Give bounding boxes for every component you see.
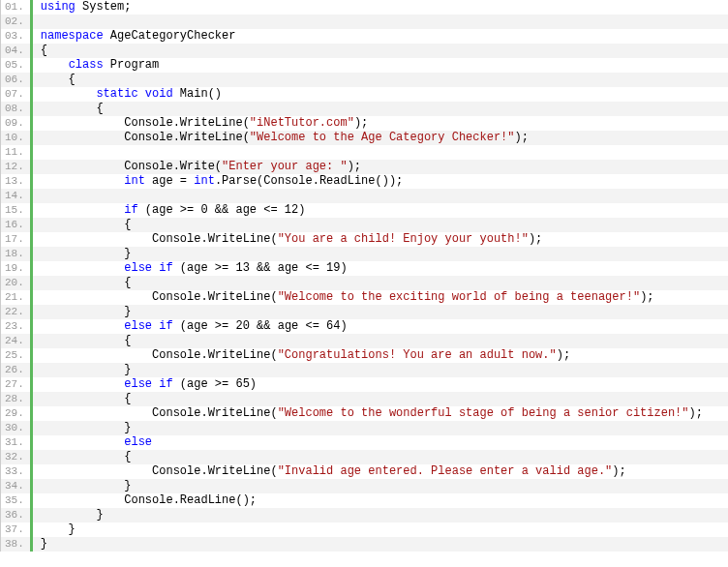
line-number: 06. [1, 73, 30, 87]
code-line: { [33, 218, 728, 232]
code-line: Console.WriteLine("Welcome to the wonder… [33, 406, 728, 421]
code-line: { [33, 392, 728, 406]
code-line: } [33, 537, 728, 552]
code-line [33, 189, 728, 203]
code-content: using System; namespace AgeCategoryCheck… [33, 0, 728, 552]
code-line: { [33, 276, 728, 290]
code-line: { [33, 450, 728, 464]
code-line: Console.WriteLine("You are a child! Enjo… [33, 232, 728, 247]
code-line: Console.ReadLine(); [33, 493, 728, 508]
line-number: 33. [1, 464, 30, 479]
code-line: } [33, 479, 728, 493]
line-number: 34. [1, 479, 30, 493]
code-line: } [33, 305, 728, 319]
line-number: 38. [1, 537, 30, 552]
code-line: static void Main() [33, 87, 728, 102]
line-number: 37. [1, 522, 30, 537]
code-line: } [33, 421, 728, 435]
code-line: } [33, 247, 728, 261]
code-line: Console.WriteLine("Congratulations! You … [33, 348, 728, 363]
code-block: 01.02.03.04.05.06.07.08.09.10.11.12.13.1… [0, 0, 728, 552]
line-number: 20. [1, 276, 30, 290]
line-number: 31. [1, 435, 30, 450]
line-number: 27. [1, 377, 30, 392]
code-line: else if (age >= 13 && age <= 19) [33, 261, 728, 276]
line-number: 14. [1, 189, 30, 203]
code-line: { [33, 334, 728, 348]
line-number: 07. [1, 87, 30, 102]
code-line: else if (age >= 65) [33, 377, 728, 392]
line-number: 21. [1, 290, 30, 305]
line-number: 01. [1, 0, 30, 15]
code-line [33, 15, 728, 29]
code-line: class Program [33, 58, 728, 73]
line-number: 04. [1, 44, 30, 58]
code-line: { [33, 102, 728, 116]
code-line: Console.WriteLine("Welcome to the exciti… [33, 290, 728, 305]
line-number: 29. [1, 406, 30, 421]
code-line [33, 145, 728, 160]
code-line: Console.Write("Enter your age: "); [33, 160, 728, 174]
code-line: if (age >= 0 && age <= 12) [33, 203, 728, 218]
line-number: 09. [1, 116, 30, 131]
line-number: 13. [1, 174, 30, 189]
line-number: 23. [1, 319, 30, 334]
code-line: { [33, 44, 728, 58]
line-number: 10. [1, 131, 30, 145]
line-number: 03. [1, 29, 30, 44]
line-number: 08. [1, 102, 30, 116]
code-line: else [33, 435, 728, 450]
code-line: Console.WriteLine("iNetTutor.com"); [33, 116, 728, 131]
line-number: 26. [1, 363, 30, 377]
line-number: 30. [1, 421, 30, 435]
line-number: 28. [1, 392, 30, 406]
line-number: 24. [1, 334, 30, 348]
line-number: 19. [1, 261, 30, 276]
line-number: 18. [1, 247, 30, 261]
code-line: } [33, 508, 728, 522]
line-number: 12. [1, 160, 30, 174]
line-number: 32. [1, 450, 30, 464]
line-number: 16. [1, 218, 30, 232]
line-number: 22. [1, 305, 30, 319]
line-number: 25. [1, 348, 30, 363]
line-number: 05. [1, 58, 30, 73]
line-number: 02. [1, 15, 30, 29]
code-line: } [33, 522, 728, 537]
code-line: Console.WriteLine("Invalid age entered. … [33, 464, 728, 479]
code-line: { [33, 73, 728, 87]
line-number: 36. [1, 508, 30, 522]
code-line: namespace AgeCategoryChecker [33, 29, 728, 44]
code-line: } [33, 363, 728, 377]
line-number: 35. [1, 493, 30, 508]
code-line: else if (age >= 20 && age <= 64) [33, 319, 728, 334]
line-number: 15. [1, 203, 30, 218]
line-number-gutter: 01.02.03.04.05.06.07.08.09.10.11.12.13.1… [1, 0, 33, 552]
code-line: using System; [33, 0, 728, 15]
line-number: 11. [1, 145, 30, 160]
code-line: int age = int.Parse(Console.ReadLine()); [33, 174, 728, 189]
line-number: 17. [1, 232, 30, 247]
code-line: Console.WriteLine("Welcome to the Age Ca… [33, 131, 728, 145]
